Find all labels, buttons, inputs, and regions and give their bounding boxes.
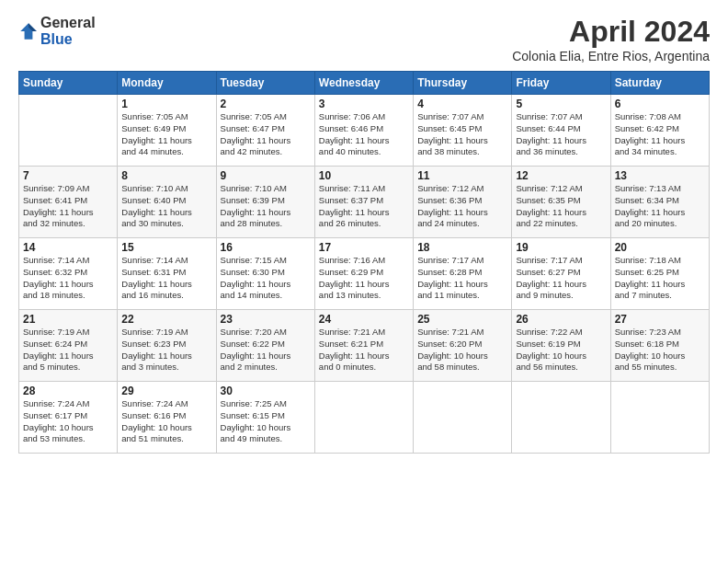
calendar-cell: 14Sunrise: 7:14 AM Sunset: 6:32 PM Dayli… <box>19 238 118 310</box>
day-number: 2 <box>221 98 311 110</box>
calendar-cell: 1Sunrise: 7:05 AM Sunset: 6:49 PM Daylig… <box>118 95 216 167</box>
calendar-week-row: 14Sunrise: 7:14 AM Sunset: 6:32 PM Dayli… <box>19 238 710 310</box>
logo-blue-text: Blue <box>40 31 96 48</box>
day-info: Sunrise: 7:14 AM Sunset: 6:31 PM Dayligh… <box>121 255 211 302</box>
day-number: 16 <box>221 241 311 254</box>
day-number: 24 <box>319 313 409 326</box>
day-info: Sunrise: 7:16 AM Sunset: 6:29 PM Dayligh… <box>319 255 409 302</box>
calendar-cell: 23Sunrise: 7:20 AM Sunset: 6:22 PM Dayli… <box>216 310 314 382</box>
weekday-header: Monday <box>118 72 216 95</box>
day-number: 17 <box>319 241 409 254</box>
calendar-cell <box>314 382 413 454</box>
day-number: 1 <box>121 98 211 110</box>
day-info: Sunrise: 7:17 AM Sunset: 6:27 PM Dayligh… <box>516 255 606 302</box>
day-info: Sunrise: 7:21 AM Sunset: 6:20 PM Dayligh… <box>417 327 507 373</box>
day-info: Sunrise: 7:17 AM Sunset: 6:28 PM Dayligh… <box>417 255 507 302</box>
calendar-cell <box>610 382 709 454</box>
day-number: 3 <box>319 98 409 110</box>
calendar-cell <box>512 382 610 454</box>
calendar-week-row: 28Sunrise: 7:24 AM Sunset: 6:17 PM Dayli… <box>19 382 710 454</box>
weekday-header: Wednesday <box>314 72 413 95</box>
day-info: Sunrise: 7:24 AM Sunset: 6:16 PM Dayligh… <box>121 398 211 445</box>
day-info: Sunrise: 7:14 AM Sunset: 6:32 PM Dayligh… <box>23 255 113 302</box>
calendar-cell: 3Sunrise: 7:06 AM Sunset: 6:46 PM Daylig… <box>314 95 413 167</box>
day-info: Sunrise: 7:22 AM Sunset: 6:19 PM Dayligh… <box>516 327 606 373</box>
calendar-cell: 8Sunrise: 7:10 AM Sunset: 6:40 PM Daylig… <box>118 167 216 238</box>
weekday-row: SundayMondayTuesdayWednesdayThursdayFrid… <box>19 72 710 95</box>
logo: General Blue <box>18 15 96 47</box>
day-number: 13 <box>615 169 705 182</box>
logo-icon <box>18 21 39 41</box>
calendar-cell: 4Sunrise: 7:07 AM Sunset: 6:45 PM Daylig… <box>414 95 512 167</box>
day-info: Sunrise: 7:13 AM Sunset: 6:34 PM Dayligh… <box>615 183 705 230</box>
calendar-cell: 9Sunrise: 7:10 AM Sunset: 6:39 PM Daylig… <box>216 167 314 238</box>
day-info: Sunrise: 7:07 AM Sunset: 6:45 PM Dayligh… <box>417 111 507 158</box>
day-info: Sunrise: 7:21 AM Sunset: 6:21 PM Dayligh… <box>319 327 409 373</box>
day-number: 27 <box>615 313 705 326</box>
day-number: 26 <box>516 313 606 326</box>
weekday-header: Saturday <box>610 72 709 95</box>
day-info: Sunrise: 7:09 AM Sunset: 6:41 PM Dayligh… <box>23 183 113 230</box>
day-info: Sunrise: 7:05 AM Sunset: 6:49 PM Dayligh… <box>121 111 211 158</box>
weekday-header: Sunday <box>19 72 118 95</box>
calendar-cell: 6Sunrise: 7:08 AM Sunset: 6:42 PM Daylig… <box>610 95 709 167</box>
day-info: Sunrise: 7:10 AM Sunset: 6:40 PM Dayligh… <box>121 183 211 230</box>
day-info: Sunrise: 7:08 AM Sunset: 6:42 PM Dayligh… <box>615 111 705 158</box>
calendar-cell: 10Sunrise: 7:11 AM Sunset: 6:37 PM Dayli… <box>314 167 413 238</box>
day-number: 7 <box>23 169 113 182</box>
day-number: 23 <box>221 313 311 326</box>
subtitle: Colonia Elia, Entre Rios, Argentina <box>512 49 710 63</box>
calendar-cell: 21Sunrise: 7:19 AM Sunset: 6:24 PM Dayli… <box>19 310 118 382</box>
day-info: Sunrise: 7:07 AM Sunset: 6:44 PM Dayligh… <box>516 111 606 158</box>
day-number: 9 <box>221 169 311 182</box>
day-number: 15 <box>121 241 211 254</box>
day-info: Sunrise: 7:15 AM Sunset: 6:30 PM Dayligh… <box>221 255 311 302</box>
calendar-cell: 15Sunrise: 7:14 AM Sunset: 6:31 PM Dayli… <box>118 238 216 310</box>
day-number: 5 <box>516 98 606 110</box>
day-number: 6 <box>615 98 705 110</box>
day-number: 12 <box>516 169 606 182</box>
day-info: Sunrise: 7:05 AM Sunset: 6:47 PM Dayligh… <box>221 111 311 158</box>
day-number: 10 <box>319 169 409 182</box>
day-number: 8 <box>121 169 211 182</box>
calendar-cell: 30Sunrise: 7:25 AM Sunset: 6:15 PM Dayli… <box>216 382 314 454</box>
weekday-header: Friday <box>512 72 610 95</box>
day-number: 19 <box>516 241 606 254</box>
calendar-cell: 5Sunrise: 7:07 AM Sunset: 6:44 PM Daylig… <box>512 95 610 167</box>
day-info: Sunrise: 7:20 AM Sunset: 6:22 PM Dayligh… <box>221 327 311 373</box>
calendar-cell: 7Sunrise: 7:09 AM Sunset: 6:41 PM Daylig… <box>19 167 118 238</box>
calendar-cell: 17Sunrise: 7:16 AM Sunset: 6:29 PM Dayli… <box>314 238 413 310</box>
day-number: 25 <box>417 313 507 326</box>
day-number: 29 <box>121 385 211 397</box>
day-info: Sunrise: 7:10 AM Sunset: 6:39 PM Dayligh… <box>221 183 311 230</box>
day-number: 22 <box>121 313 211 326</box>
calendar-week-row: 1Sunrise: 7:05 AM Sunset: 6:49 PM Daylig… <box>19 95 710 167</box>
calendar-cell: 16Sunrise: 7:15 AM Sunset: 6:30 PM Dayli… <box>216 238 314 310</box>
calendar-week-row: 7Sunrise: 7:09 AM Sunset: 6:41 PM Daylig… <box>19 167 710 238</box>
day-info: Sunrise: 7:24 AM Sunset: 6:17 PM Dayligh… <box>23 398 113 445</box>
logo-text: General Blue <box>40 15 96 47</box>
calendar-cell: 11Sunrise: 7:12 AM Sunset: 6:36 PM Dayli… <box>414 167 512 238</box>
day-number: 14 <box>23 241 113 254</box>
calendar-cell: 28Sunrise: 7:24 AM Sunset: 6:17 PM Dayli… <box>19 382 118 454</box>
day-number: 28 <box>23 385 113 397</box>
page: General Blue April 2024 Colonia Elia, En… <box>0 0 728 563</box>
logo-general-text: General <box>40 15 96 31</box>
calendar-cell: 2Sunrise: 7:05 AM Sunset: 6:47 PM Daylig… <box>216 95 314 167</box>
day-info: Sunrise: 7:12 AM Sunset: 6:36 PM Dayligh… <box>417 183 507 230</box>
calendar-cell: 13Sunrise: 7:13 AM Sunset: 6:34 PM Dayli… <box>610 167 709 238</box>
day-number: 20 <box>615 241 705 254</box>
calendar-cell: 24Sunrise: 7:21 AM Sunset: 6:21 PM Dayli… <box>314 310 413 382</box>
month-title: April 2024 <box>512 15 710 49</box>
day-info: Sunrise: 7:19 AM Sunset: 6:24 PM Dayligh… <box>23 327 113 373</box>
day-info: Sunrise: 7:18 AM Sunset: 6:25 PM Dayligh… <box>615 255 705 302</box>
calendar-header: SundayMondayTuesdayWednesdayThursdayFrid… <box>19 72 710 95</box>
calendar-cell: 12Sunrise: 7:12 AM Sunset: 6:35 PM Dayli… <box>512 167 610 238</box>
day-info: Sunrise: 7:23 AM Sunset: 6:18 PM Dayligh… <box>615 327 705 373</box>
calendar-cell: 29Sunrise: 7:24 AM Sunset: 6:16 PM Dayli… <box>118 382 216 454</box>
calendar-cell <box>19 95 118 167</box>
calendar-cell: 19Sunrise: 7:17 AM Sunset: 6:27 PM Dayli… <box>512 238 610 310</box>
calendar-cell <box>414 382 512 454</box>
calendar-week-row: 21Sunrise: 7:19 AM Sunset: 6:24 PM Dayli… <box>19 310 710 382</box>
day-info: Sunrise: 7:12 AM Sunset: 6:35 PM Dayligh… <box>516 183 606 230</box>
